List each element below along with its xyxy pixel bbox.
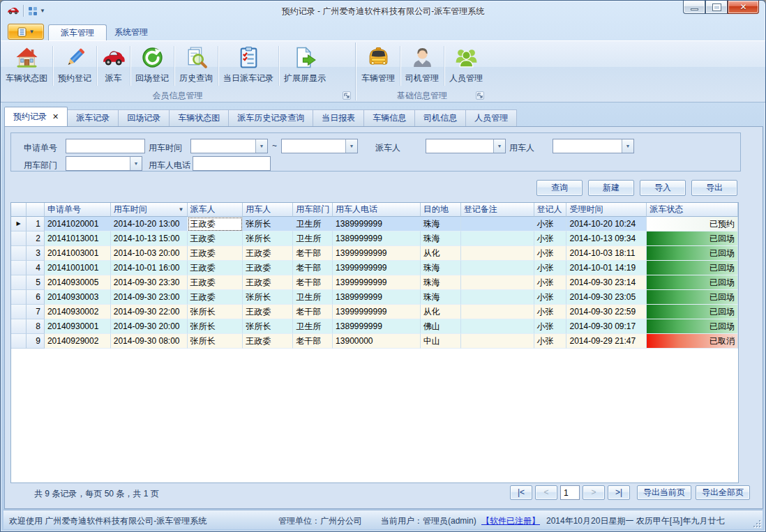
table-row[interactable]: 2201410130012014-10-13 15:00王政委张所长卫生所138… — [11, 231, 738, 246]
import-button[interactable]: 导入 — [640, 180, 686, 196]
today-dispatch-records-button[interactable]: 当日派车记录 — [218, 43, 278, 90]
cell-department[interactable]: 卫生所 — [293, 231, 333, 246]
cell-destination[interactable]: 珠海 — [421, 290, 461, 305]
cell-registrar[interactable]: 小张 — [534, 334, 567, 349]
dialog-launcher-icon[interactable] — [476, 91, 484, 100]
cell-dispatcher[interactable]: 张所长 — [188, 319, 243, 334]
cell-passenger[interactable]: 王政委 — [243, 261, 293, 275]
cell-dispatcher[interactable]: 王政委 — [188, 290, 243, 305]
cell-order_no[interactable]: 20140930005 — [45, 275, 111, 290]
cell-accepted_at[interactable]: 2014-10-01 14:19 — [566, 261, 647, 275]
cell-registrar[interactable]: 小张 — [534, 246, 567, 261]
table-row[interactable]: 8201409300012014-09-30 20:00张所长张所长卫生所138… — [11, 319, 738, 334]
cell-remark[interactable] — [461, 231, 534, 246]
cell-destination[interactable]: 珠海 — [421, 275, 461, 290]
cell-phone[interactable]: 13999999999 — [333, 246, 421, 261]
cell-phone[interactable]: 13900000 — [333, 334, 421, 349]
row-selector-cell[interactable] — [11, 246, 27, 261]
row-number-header[interactable] — [27, 203, 45, 217]
page-number-input[interactable] — [560, 485, 580, 500]
cell-remark[interactable] — [461, 261, 534, 275]
chevron-down-icon[interactable]: ▼ — [493, 139, 505, 153]
cell-registrar[interactable]: 小张 — [534, 319, 567, 334]
cell-use_time[interactable]: 2014-09-30 20:00 — [111, 319, 188, 334]
cell-status[interactable]: 已取消 — [647, 334, 738, 349]
cell-dispatcher[interactable]: 王政委 — [188, 217, 243, 231]
cell-use_time[interactable]: 2014-10-01 16:00 — [111, 261, 188, 275]
cell-status[interactable]: 已回场 — [647, 275, 738, 290]
ribbon-tab-dispatch[interactable]: 派车管理 — [48, 24, 107, 40]
cell-use_time[interactable]: 2014-10-13 15:00 — [111, 231, 188, 246]
cell-status[interactable]: 已回场 — [647, 231, 738, 246]
row-number-cell[interactable]: 4 — [27, 261, 45, 275]
history-query-button[interactable]: 历史查询 — [174, 43, 218, 90]
export-all-pages-button[interactable]: 导出全部页 — [696, 485, 750, 500]
cell-dispatcher[interactable]: 王政委 — [188, 275, 243, 290]
table-row[interactable]: 7201409300022014-09-30 22:00张所长王政委老干部139… — [11, 305, 738, 319]
maximize-button[interactable] — [705, 1, 728, 14]
cell-registrar[interactable]: 小张 — [534, 305, 567, 319]
cell-use_time[interactable]: 2014-09-30 23:00 — [111, 290, 188, 305]
export-button[interactable]: 导出 — [691, 180, 737, 196]
cell-department[interactable]: 老干部 — [293, 334, 333, 349]
table-row[interactable]: 3201410030012014-10-03 20:00王政委王政委老干部139… — [11, 246, 738, 261]
cell-phone[interactable]: 1389999999 — [333, 319, 421, 334]
application-menu-button[interactable]: ▼ — [8, 24, 44, 40]
column-header-use_time[interactable]: 用车时间▼ — [111, 203, 188, 217]
chevron-down-icon[interactable]: ▼ — [130, 157, 142, 170]
doc-tab[interactable]: 司机信息 — [414, 109, 466, 126]
column-header-destination[interactable]: 目的地 — [421, 203, 461, 217]
row-selector-cell[interactable] — [11, 275, 27, 290]
row-selector-cell[interactable]: ▶ — [11, 217, 27, 231]
cell-status[interactable]: 已回场 — [647, 319, 738, 334]
column-header-status[interactable]: 派车状态 — [647, 203, 738, 217]
row-selector-cell[interactable] — [11, 334, 27, 349]
cell-registrar[interactable]: 小张 — [534, 261, 567, 275]
cell-passenger[interactable]: 张所长 — [243, 319, 293, 334]
query-button[interactable]: 查询 — [536, 180, 583, 196]
column-header-passenger[interactable]: 用车人 — [243, 203, 293, 217]
cell-registrar[interactable]: 小张 — [534, 290, 567, 305]
cell-accepted_at[interactable]: 2014-09-30 23:14 — [566, 275, 647, 290]
resize-grip-icon[interactable] — [752, 519, 760, 527]
cell-destination[interactable]: 从化 — [421, 246, 461, 261]
row-number-cell[interactable]: 9 — [27, 334, 45, 349]
dispatcher-combo[interactable]: ▼ — [426, 139, 506, 153]
cell-phone[interactable]: 13999999999 — [333, 305, 421, 319]
column-header-order_no[interactable]: 申请单号 — [45, 203, 111, 217]
cell-accepted_at[interactable]: 2014-09-30 23:05 — [566, 290, 647, 305]
cell-dispatcher[interactable]: 张所长 — [188, 305, 243, 319]
row-number-cell[interactable]: 2 — [27, 231, 45, 246]
cell-remark[interactable] — [461, 275, 534, 290]
cell-destination[interactable]: 中山 — [421, 334, 461, 349]
row-number-cell[interactable]: 1 — [27, 217, 45, 231]
request-no-input[interactable] — [66, 139, 145, 153]
doc-tab[interactable]: 回场记录 — [118, 109, 170, 126]
cell-status[interactable]: 已回场 — [647, 261, 738, 275]
cell-registrar[interactable]: 小张 — [534, 231, 567, 246]
cell-destination[interactable]: 珠海 — [421, 217, 461, 231]
row-number-cell[interactable]: 5 — [27, 275, 45, 290]
chevron-down-icon[interactable]: ▼ — [622, 139, 633, 153]
license-status-link[interactable]: 【软件已注册】 — [481, 515, 540, 527]
dispatch-button[interactable]: 派车 — [97, 43, 130, 90]
cell-status[interactable]: 已回场 — [647, 305, 738, 319]
row-selector-cell[interactable] — [11, 231, 27, 246]
row-number-cell[interactable]: 3 — [27, 246, 45, 261]
cell-phone[interactable]: 1389999999 — [333, 290, 421, 305]
cell-accepted_at[interactable]: 2014-10-13 09:34 — [566, 231, 647, 246]
first-page-button[interactable]: |< — [510, 485, 532, 500]
row-number-cell[interactable]: 7 — [27, 305, 45, 319]
cell-passenger[interactable]: 张所长 — [243, 231, 293, 246]
cell-dispatcher[interactable]: 王政委 — [188, 261, 243, 275]
export-current-page-button[interactable]: 导出当前页 — [637, 485, 691, 500]
column-header-remark[interactable]: 登记备注 — [461, 203, 534, 217]
cell-order_no[interactable]: 20140930002 — [45, 305, 111, 319]
chevron-down-icon[interactable]: ▼ — [255, 139, 267, 153]
column-header-phone[interactable]: 用车人电话 — [333, 203, 421, 217]
row-number-cell[interactable]: 8 — [27, 319, 45, 334]
cell-department[interactable]: 卫生所 — [293, 217, 333, 231]
chevron-down-icon[interactable]: ▼ — [345, 139, 357, 153]
cell-accepted_at[interactable]: 2014-09-29 21:47 — [566, 334, 647, 349]
doc-tab[interactable]: 预约记录✕ — [4, 107, 68, 126]
